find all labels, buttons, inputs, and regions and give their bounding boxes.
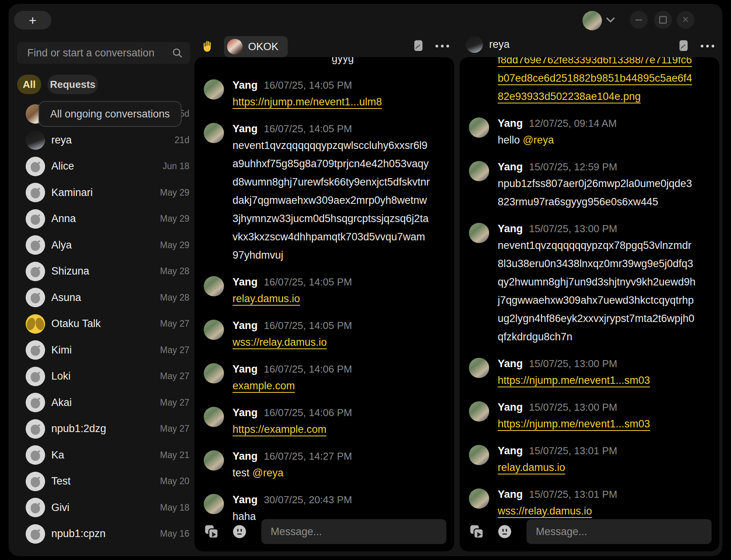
message-link[interactable]: https://njump.me/nevent1...ulm8 xyxy=(233,96,382,108)
conversation-item[interactable]: AnnaMay 29 xyxy=(16,206,190,232)
message-author[interactable]: Yang xyxy=(233,494,258,506)
message-link[interactable]: https://njump.me/nevent1...sm03 xyxy=(498,418,650,430)
close-button[interactable]: ✕ xyxy=(677,11,694,29)
message-timestamp: 16/07/25, 14:05 PM xyxy=(264,79,352,91)
conversation-item[interactable]: Otaku TalkMay 27 xyxy=(16,311,190,337)
conversation-title-pill[interactable]: OKOK xyxy=(224,36,288,57)
message-link[interactable]: wss://relay.damus.io xyxy=(498,505,592,517)
message-author[interactable]: Yang xyxy=(498,488,523,500)
chat-header-actions-mid xyxy=(412,37,449,54)
conversation-item[interactable]: AlyaMay 29 xyxy=(16,232,190,259)
message-avatar[interactable] xyxy=(469,358,489,378)
message-author[interactable]: Yang xyxy=(498,117,523,130)
message-avatar[interactable] xyxy=(469,445,489,465)
search-input[interactable] xyxy=(17,42,190,64)
chat-header-okok: OKOK xyxy=(201,36,288,58)
message-text: npub1zfss807aer0j26mwp2la0ume0jqde3823rm… xyxy=(498,178,692,208)
conversation-item[interactable]: npub1:2dzgMay 27 xyxy=(16,416,190,442)
message-content: https://example.com xyxy=(233,420,352,439)
message-avatar[interactable] xyxy=(469,488,489,509)
minimize-button[interactable] xyxy=(630,11,648,29)
message-input[interactable] xyxy=(261,519,446,544)
message-avatar[interactable] xyxy=(204,123,224,143)
message-link[interactable]: relay.damus.io xyxy=(233,293,300,304)
conversation-item[interactable]: KaminariMay 29 xyxy=(16,180,190,206)
search-box xyxy=(17,42,190,64)
conversation-item[interactable]: TestMay 20 xyxy=(16,468,190,495)
message-avatar[interactable] xyxy=(469,117,489,138)
message-avatar[interactable] xyxy=(204,363,224,383)
more-options-icon[interactable] xyxy=(435,45,449,47)
message-author[interactable]: Yang xyxy=(233,407,258,419)
emoji-picker-icon[interactable] xyxy=(496,523,513,540)
message-link[interactable]: relay.damus.io xyxy=(498,462,565,473)
maximize-button[interactable] xyxy=(654,11,672,29)
note-icon[interactable] xyxy=(677,39,690,52)
message-content: wss://relay.damus.io xyxy=(498,502,617,520)
message-input[interactable] xyxy=(526,519,712,544)
message-content: relay.damus.io xyxy=(233,290,352,308)
conversation-item[interactable]: KaMay 21 xyxy=(16,442,190,469)
message-author[interactable]: Yang xyxy=(233,450,258,462)
conversation-item[interactable]: reya21d xyxy=(16,127,190,154)
message-author[interactable]: Yang xyxy=(233,123,258,135)
message-link[interactable]: example.com xyxy=(233,380,295,392)
message-avatar[interactable] xyxy=(204,320,224,340)
message-author[interactable]: Yang xyxy=(233,363,258,375)
conversation-item[interactable]: LokiMay 27 xyxy=(16,363,190,390)
message-timestamp: 15/07/25, 13:01 PM xyxy=(529,488,617,500)
message-body: Yang15/07/25, 12:59 PMnpub1zfss807aer0j2… xyxy=(498,161,696,211)
conversation-item[interactable]: ShizunaMay 28 xyxy=(16,258,190,285)
user-avatar[interactable] xyxy=(582,11,602,30)
message-link[interactable]: f8dd769e762fe83393d6f13388/7e7119fc6b07e… xyxy=(498,57,692,102)
message-header: Yang15/07/25, 13:00 PM xyxy=(498,401,650,413)
message-author[interactable]: Yang xyxy=(498,445,523,457)
conversation-item[interactable]: AkaiMay 27 xyxy=(16,390,190,416)
message-author[interactable]: Yang xyxy=(498,161,523,173)
chat-header-reya[interactable]: reya xyxy=(466,36,510,53)
mention-link[interactable]: @reya xyxy=(252,467,283,479)
media-attach-icon[interactable] xyxy=(468,523,485,540)
message-author[interactable]: Yang xyxy=(498,223,523,235)
tab-requests[interactable]: Requests xyxy=(47,75,98,94)
message-avatar[interactable] xyxy=(469,223,489,243)
message-row: Yang16/07/25, 14:05 PMhttps://njump.me/n… xyxy=(204,79,447,111)
message-author[interactable]: Yang xyxy=(498,358,523,370)
conversation-item[interactable]: KimiMay 27 xyxy=(16,337,190,364)
more-options-icon[interactable] xyxy=(701,45,714,47)
message-row: Yang15/07/25, 13:00 PMhttps://njump.me/n… xyxy=(469,358,712,390)
message-avatar[interactable] xyxy=(469,161,489,181)
message-author[interactable]: Yang xyxy=(233,320,258,332)
conversation-name: Alice xyxy=(51,160,156,172)
message-link[interactable]: https://example.com xyxy=(233,424,327,435)
message-avatar[interactable] xyxy=(469,401,489,422)
message-link[interactable]: https://njump.me/nevent1...sm03 xyxy=(498,374,650,386)
message-content: f8dd769e762fe83393d6f13388/7e7119fc6b07e… xyxy=(498,57,696,106)
message-author[interactable]: Yang xyxy=(498,401,523,413)
message-avatar[interactable] xyxy=(204,450,224,471)
note-icon[interactable] xyxy=(412,39,425,52)
conversation-item[interactable]: GiviMay 18 xyxy=(16,495,190,521)
message-input-bar xyxy=(203,519,446,544)
conversation-item[interactable]: AsunaMay 28 xyxy=(16,285,190,311)
message-timestamp: 16/07/25, 14:05 PM xyxy=(264,320,352,332)
conversation-item[interactable]: AliceJun 18 xyxy=(16,153,190,180)
message-list[interactable]: f8dd769e762fe83393d6f13388/7e7119fc6b07e… xyxy=(460,57,719,551)
message-timestamp: 15/07/25, 13:00 PM xyxy=(529,358,617,370)
chevron-down-icon[interactable] xyxy=(606,16,615,24)
message-list[interactable]: gyygYang16/07/25, 14:05 PMhttps://njump.… xyxy=(194,57,454,551)
conversation-avatar xyxy=(26,314,45,334)
conversation-name: Ka xyxy=(51,449,154,461)
conversation-item[interactable]: npub1:cpznMay 16 xyxy=(16,521,190,547)
message-avatar[interactable] xyxy=(204,494,224,514)
message-avatar[interactable] xyxy=(204,276,224,296)
media-attach-icon[interactable] xyxy=(203,523,220,540)
message-avatar[interactable] xyxy=(204,79,224,100)
mention-link[interactable]: @reya xyxy=(523,134,554,146)
message-author[interactable]: Yang xyxy=(233,276,258,288)
message-link[interactable]: wss://relay.damus.io xyxy=(233,336,327,348)
tab-all[interactable]: All xyxy=(17,75,41,94)
message-avatar[interactable] xyxy=(204,407,224,427)
emoji-picker-icon[interactable] xyxy=(231,523,248,540)
message-author[interactable]: Yang xyxy=(233,79,258,91)
